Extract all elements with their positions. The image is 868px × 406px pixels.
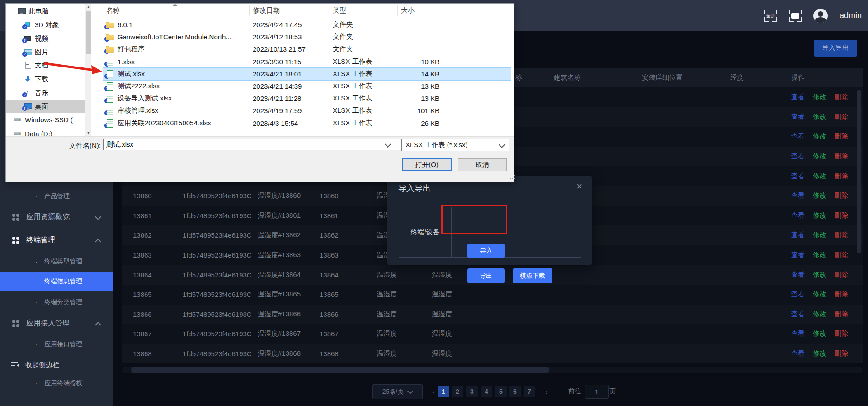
dialog-nav-scrollbar[interactable]: ▲ ▼ bbox=[85, 4, 91, 136]
nav-item-Windows-SSD ([interactable]: Windows-SSD ( bbox=[6, 113, 85, 126]
file-row-测试2222.xlsx[interactable]: ?测试2222.xlsx2023/4/21 14:39XLSX 工作表13 KB bbox=[103, 80, 511, 92]
sidebar-item-应用接入管理[interactable]: 应用接入管理 bbox=[0, 314, 113, 333]
file-row-审核管理.xlsx[interactable]: ?审核管理.xlsx2023/4/19 17:59XLSX 工作表101 KB bbox=[103, 105, 511, 117]
page-button-4[interactable]: 4 bbox=[481, 386, 492, 397]
sidebar-item-终端管理[interactable]: 终端管理 bbox=[0, 230, 113, 250]
page-size-select[interactable]: 25条/页 bbox=[372, 384, 423, 399]
delete-link[interactable]: 删除 bbox=[835, 113, 848, 121]
edit-link[interactable]: 修改 bbox=[813, 172, 826, 181]
scroll-down-icon[interactable]: ▼ bbox=[85, 129, 91, 136]
page-button-6[interactable]: 6 bbox=[509, 386, 521, 397]
goto-page-input[interactable] bbox=[585, 385, 609, 399]
sidebar-item-产品管理[interactable]: ·产品管理 bbox=[0, 186, 113, 206]
screenshot-icon[interactable] bbox=[789, 10, 802, 22]
view-link[interactable]: 查看 bbox=[791, 231, 805, 239]
edit-link[interactable]: 修改 bbox=[813, 251, 826, 259]
sidebar-item-应用接口管理[interactable]: ·应用接口管理 bbox=[0, 334, 113, 354]
nav-item-下载[interactable]: 下载 bbox=[6, 73, 85, 86]
edit-link[interactable]: 修改 bbox=[813, 191, 826, 200]
nav-item-图片[interactable]: ?图片 bbox=[6, 46, 85, 58]
horizontal-scrollbar-track[interactable] bbox=[122, 367, 863, 373]
edit-link[interactable]: 修改 bbox=[813, 152, 826, 161]
edit-link[interactable]: 修改 bbox=[813, 330, 826, 338]
edit-link[interactable]: 修改 bbox=[813, 211, 826, 220]
delete-link[interactable]: 删除 bbox=[835, 93, 848, 101]
view-link[interactable]: 查看 bbox=[791, 310, 805, 319]
page-button-5[interactable]: 5 bbox=[495, 386, 507, 397]
file-row-1.xlsx[interactable]: ?1.xlsx2023/3/30 11:15XLSX 工作表10 KB bbox=[103, 56, 511, 68]
import-button[interactable]: 导入 bbox=[467, 244, 505, 258]
sidebar-item-应用资源概览[interactable]: 应用资源概览 bbox=[0, 207, 113, 227]
page-button-2[interactable]: 2 bbox=[452, 386, 463, 397]
file-column-header-修改日期[interactable]: 修改日期 bbox=[253, 6, 280, 15]
edit-link[interactable]: 修改 bbox=[813, 113, 826, 121]
nav-item-音乐[interactable]: ?音乐 bbox=[6, 86, 85, 99]
view-link[interactable]: 查看 bbox=[791, 211, 805, 220]
delete-link[interactable]: 删除 bbox=[835, 172, 848, 181]
page-button-3[interactable]: 3 bbox=[466, 386, 478, 397]
file-column-header-名称[interactable]: 名称 bbox=[106, 6, 120, 15]
view-link[interactable]: 查看 bbox=[791, 113, 805, 121]
import-export-button[interactable]: 导入导出 bbox=[814, 40, 857, 57]
view-link[interactable]: 查看 bbox=[791, 271, 805, 279]
view-link[interactable]: 查看 bbox=[791, 349, 805, 358]
edit-link[interactable]: 修改 bbox=[813, 132, 826, 141]
nav-item-桌面[interactable]: ?桌面 bbox=[6, 100, 85, 113]
export-button[interactable]: 导出 bbox=[467, 268, 505, 283]
file-column-header-类型[interactable]: 类型 bbox=[333, 6, 346, 15]
view-link[interactable]: 查看 bbox=[791, 290, 805, 299]
view-link[interactable]: 查看 bbox=[791, 172, 805, 181]
edit-link[interactable]: 修改 bbox=[813, 231, 826, 239]
delete-link[interactable]: 删除 bbox=[835, 211, 848, 220]
sidebar-item-终端分类管理[interactable]: ·终端分类管理 bbox=[0, 292, 113, 312]
sidebar-item-终端信息管理[interactable]: ·终端信息管理 bbox=[0, 272, 113, 291]
edit-link[interactable]: 修改 bbox=[813, 310, 826, 319]
avatar[interactable] bbox=[813, 9, 828, 23]
scroll-up-icon[interactable]: ▲ bbox=[85, 4, 91, 10]
page-button-7[interactable]: 7 bbox=[524, 386, 535, 397]
nav-item-此电脑[interactable]: 此电脑 bbox=[6, 5, 85, 18]
view-link[interactable]: 查看 bbox=[791, 330, 805, 338]
delete-link[interactable]: 删除 bbox=[835, 231, 848, 239]
sidebar-collapse-button[interactable]: 收起侧边栏 bbox=[0, 355, 113, 375]
edit-link[interactable]: 修改 bbox=[813, 290, 826, 299]
next-page-button[interactable]: › bbox=[541, 386, 552, 397]
edit-link[interactable]: 修改 bbox=[813, 271, 826, 279]
delete-link[interactable]: 删除 bbox=[835, 330, 848, 338]
close-icon[interactable]: × bbox=[576, 181, 582, 192]
fullscreen-icon[interactable]: 全屏 bbox=[764, 10, 777, 22]
nav-scrollbar-thumb[interactable] bbox=[86, 11, 91, 54]
file-row-测试.xlsx[interactable]: ?测试.xlsx2023/4/21 18:01XLSX 工作表14 KB bbox=[103, 68, 511, 80]
file-row-应用关联20230403150054.xlsx[interactable]: ?应用关联20230403150054.xlsx2023/4/3 15:54XL… bbox=[103, 117, 511, 129]
view-link[interactable]: 查看 bbox=[791, 152, 805, 161]
delete-link[interactable]: 删除 bbox=[835, 132, 848, 141]
edit-link[interactable]: 修改 bbox=[813, 93, 826, 101]
resize-grip[interactable] bbox=[510, 178, 511, 179]
page-button-1[interactable]: 1 bbox=[438, 386, 449, 397]
view-link[interactable]: 查看 bbox=[791, 132, 805, 141]
view-link[interactable]: 查看 bbox=[791, 191, 805, 200]
file-row-6.0.1[interactable]: ?6.0.12023/4/24 17:45文件夹 bbox=[103, 19, 511, 31]
file-row-Ganweisoft.IoTCenter.Module.North...[interactable]: ?Ganweisoft.IoTCenter.Module.North...202… bbox=[103, 31, 511, 43]
cancel-button[interactable]: 取消 bbox=[458, 158, 507, 171]
open-button[interactable]: 打开(O) bbox=[402, 158, 452, 171]
delete-link[interactable]: 删除 bbox=[835, 152, 848, 161]
delete-link[interactable]: 删除 bbox=[835, 251, 848, 259]
delete-link[interactable]: 删除 bbox=[835, 271, 848, 279]
filename-input[interactable] bbox=[103, 139, 409, 150]
vertical-scrollbar[interactable] bbox=[857, 90, 861, 253]
view-link[interactable]: 查看 bbox=[791, 251, 805, 259]
username[interactable]: admin bbox=[840, 11, 862, 20]
delete-link[interactable]: 删除 bbox=[835, 191, 848, 200]
template-download-button[interactable]: 模板下载 bbox=[513, 268, 552, 283]
nav-item-视频[interactable]: ?视频 bbox=[6, 32, 85, 45]
file-column-header-大小[interactable]: 大小 bbox=[401, 6, 415, 15]
edit-link[interactable]: 修改 bbox=[813, 349, 826, 358]
delete-link[interactable]: 删除 bbox=[835, 349, 848, 358]
nav-item-3D 对象[interactable]: ?3D 对象 bbox=[6, 19, 85, 31]
file-row-打包程序[interactable]: ?打包程序2022/10/13 21:57文件夹 bbox=[103, 43, 511, 55]
sidebar-item-终端类型管理[interactable]: ·终端类型管理 bbox=[0, 252, 113, 271]
file-type-select[interactable]: XLSX 工作表 (*.xlsx) bbox=[401, 139, 509, 151]
file-row-设备导入测试.xlsx[interactable]: ?设备导入测试.xlsx2023/4/21 11:28XLSX 工作表13 KB bbox=[103, 92, 511, 105]
delete-link[interactable]: 删除 bbox=[835, 310, 848, 319]
